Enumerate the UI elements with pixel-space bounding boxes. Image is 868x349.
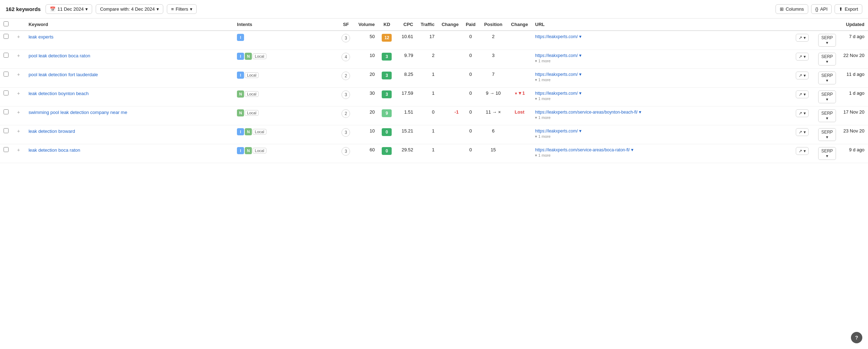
url-dropdown-icon[interactable]: ▾ <box>579 72 582 77</box>
url-link[interactable]: https://leakxperts.com/ <box>535 129 578 134</box>
traffic-value: 1 <box>417 69 438 88</box>
col-header-volume: Volume <box>355 19 378 31</box>
serp-button[interactable]: SERP ▾ <box>818 109 836 122</box>
trend-chart-button[interactable]: ↗ ▾ <box>796 53 808 61</box>
keyword-link[interactable]: swimming pool leak detection company nea… <box>28 110 127 115</box>
col-header-cpc: CPC <box>395 19 417 31</box>
export-button[interactable]: ⬆ Export <box>835 4 862 14</box>
export-label: Export <box>845 6 858 12</box>
url-link[interactable]: https://leakxperts.com/ <box>535 34 578 39</box>
url-cell: https://leakxperts.com/ ▾ <box>531 31 790 50</box>
row-checkbox[interactable] <box>4 109 9 114</box>
api-label: API <box>820 6 827 12</box>
traffic-change-value <box>438 88 462 106</box>
url-cell: https://leakxperts.com/ ▾▾ 1 more <box>531 50 790 69</box>
url-more-link[interactable]: ▾ 1 more <box>535 78 550 82</box>
expand-row-button[interactable]: + <box>16 72 21 77</box>
url-cell: https://leakxperts.com/service-areas/boc… <box>531 144 790 163</box>
traffic-value: 17 <box>417 31 438 50</box>
intents-cell: INLocal <box>233 144 337 163</box>
keyword-link[interactable]: leak experts <box>28 34 53 40</box>
url-more-link[interactable]: ▾ 1 more <box>535 153 550 157</box>
url-dropdown-icon[interactable]: ▾ <box>639 109 641 115</box>
expand-row-button[interactable]: + <box>16 109 21 115</box>
expand-row-button[interactable]: + <box>16 53 21 58</box>
cpc-value: 9.79 <box>395 50 417 69</box>
select-all-checkbox[interactable] <box>4 21 9 26</box>
row-checkbox[interactable] <box>4 34 9 39</box>
col-header-change: Change <box>438 19 462 31</box>
row-checkbox[interactable] <box>4 72 9 77</box>
volume-value: 20 <box>355 69 378 88</box>
url-link[interactable]: https://leakxperts.com/ <box>535 53 578 58</box>
expand-row-button[interactable]: + <box>16 34 21 40</box>
trend-chart-button[interactable]: ↗ ▾ <box>796 72 808 79</box>
serp-button[interactable]: SERP ▾ <box>818 72 836 84</box>
url-dropdown-icon[interactable]: ▾ <box>579 53 582 58</box>
serp-button[interactable]: SERP ▾ <box>818 90 836 103</box>
url-dropdown-icon[interactable]: ▾ <box>579 90 582 96</box>
keywords-table: Keyword Intents SF Volume KD CPC Traffic… <box>0 19 868 163</box>
position-value: 11 → × <box>479 106 508 125</box>
position-change-value: Lost <box>508 106 532 125</box>
chevron-down-icon: ▾ <box>190 6 192 12</box>
intent-local-badge: Local <box>245 72 258 78</box>
url-link[interactable]: https://leakxperts.com/service-areas/boc… <box>535 147 630 152</box>
row-checkbox[interactable] <box>4 128 9 133</box>
url-link[interactable]: https://leakxperts.com/ <box>535 72 578 77</box>
trend-chart-button[interactable]: ↗ ▾ <box>796 109 808 117</box>
keyword-link[interactable]: leak detection boca raton <box>28 147 80 153</box>
serp-button[interactable]: SERP ▾ <box>818 128 836 141</box>
url-dropdown-icon[interactable]: ▾ <box>579 34 582 39</box>
url-dropdown-icon[interactable]: ▾ <box>579 128 582 134</box>
position-change-value: ▼▼1 <box>508 88 532 106</box>
row-checkbox[interactable] <box>4 53 9 58</box>
keyword-link[interactable]: pool leak detection fort lauderdale <box>28 72 98 77</box>
filters-button[interactable]: ≡ Filters ▾ <box>167 4 197 14</box>
columns-button[interactable]: ⊞ Columns <box>776 4 808 14</box>
serp-button[interactable]: SERP ▾ <box>818 34 836 47</box>
col-header-change2: Change <box>508 19 532 31</box>
date-picker-button[interactable]: 📅 11 Dec 2024 ▾ <box>46 4 92 14</box>
table-header: Keyword Intents SF Volume KD CPC Traffic… <box>0 19 868 31</box>
position-change-value <box>508 31 532 50</box>
kd-badge: 0 <box>382 147 392 155</box>
table-row: +pool leak detection fort lauderdaleILoc… <box>0 69 868 88</box>
serp-button[interactable]: SERP ▾ <box>818 147 836 160</box>
table-row: +swimming pool leak detection company ne… <box>0 106 868 125</box>
expand-row-button[interactable]: + <box>16 147 21 153</box>
keywords-table-wrapper: Keyword Intents SF Volume KD CPC Traffic… <box>0 19 868 163</box>
expand-row-button[interactable]: + <box>16 90 21 96</box>
compare-button[interactable]: Compare with: 4 Dec 2024 ▾ <box>96 4 163 14</box>
cpc-value: 29.52 <box>395 144 417 163</box>
sf-value: 3 <box>342 128 350 137</box>
url-more-link[interactable]: ▾ 1 more <box>535 115 550 120</box>
trend-chart-button[interactable]: ↗ ▾ <box>796 34 808 42</box>
col-header-keyword: Keyword <box>25 19 233 31</box>
keyword-link[interactable]: pool leak detection boca raton <box>28 53 90 58</box>
row-checkbox[interactable] <box>4 147 9 152</box>
keyword-link[interactable]: leak detection boynton beach <box>28 91 89 96</box>
updated-value: 17 Nov 20 <box>840 106 868 125</box>
serp-button[interactable]: SERP ▾ <box>818 53 836 66</box>
toolbar: 162 keywords 📅 11 Dec 2024 ▾ Compare wit… <box>0 0 868 19</box>
trend-chart-button[interactable]: ↗ ▾ <box>796 90 808 98</box>
url-more-link[interactable]: ▾ 1 more <box>535 97 550 101</box>
trend-chart-button[interactable]: ↗ ▾ <box>796 128 808 136</box>
traffic-change-value: -1 <box>438 106 462 125</box>
keyword-link[interactable]: leak detection broward <box>28 129 75 134</box>
kd-badge: 3 <box>382 90 392 98</box>
url-more-link[interactable]: ▾ 1 more <box>535 59 550 63</box>
url-more-link[interactable]: ▾ 1 more <box>535 134 550 139</box>
url-link[interactable]: https://leakxperts.com/ <box>535 91 578 96</box>
url-link[interactable]: https://leakxperts.com/service-areas/boy… <box>535 110 637 115</box>
expand-row-button[interactable]: + <box>16 128 21 134</box>
paid-value: 0 <box>462 31 479 50</box>
row-checkbox[interactable] <box>4 90 9 95</box>
sf-value: 3 <box>342 34 350 42</box>
paid-value: 0 <box>462 144 479 163</box>
trend-chart-button[interactable]: ↗ ▾ <box>796 147 808 155</box>
api-button[interactable]: {} API <box>811 4 832 14</box>
intents-cell: INLocal <box>233 125 337 144</box>
url-dropdown-icon[interactable]: ▾ <box>631 147 634 152</box>
